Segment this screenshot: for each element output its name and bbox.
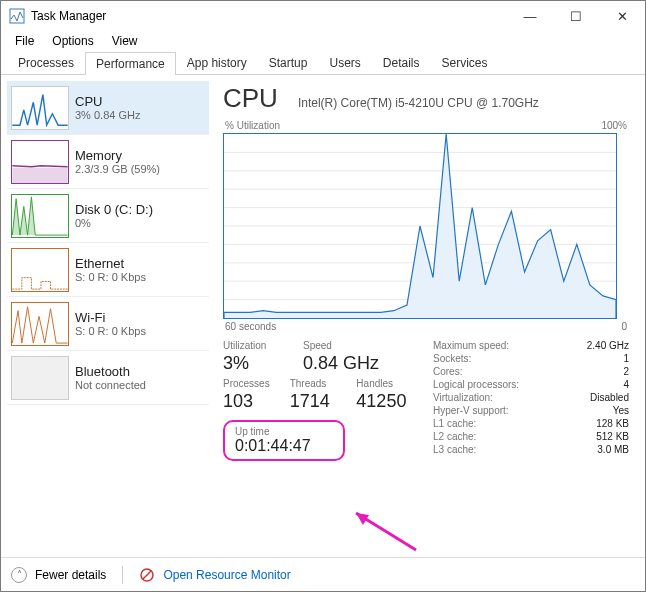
processes-label: Processes xyxy=(223,378,290,389)
sidebar-wifi-sub: S: 0 R: 0 Kbps xyxy=(75,325,146,337)
task-manager-icon xyxy=(9,8,25,24)
tab-processes[interactable]: Processes xyxy=(7,51,85,74)
wifi-thumb-icon xyxy=(11,302,69,346)
l3-label: L3 cache: xyxy=(433,444,476,455)
menu-options[interactable]: Options xyxy=(44,32,101,50)
sidebar-bluetooth-sub: Not connected xyxy=(75,379,146,391)
hv-value: Yes xyxy=(613,405,629,416)
handles-label: Handles xyxy=(356,378,423,389)
virt-label: Virtualization: xyxy=(433,392,493,403)
sidebar-ethernet-label: Ethernet xyxy=(75,256,146,271)
graph-xlabel-left: 60 seconds xyxy=(225,321,276,332)
menu-file[interactable]: File xyxy=(7,32,42,50)
l2-label: L2 cache: xyxy=(433,431,476,442)
maximize-button[interactable]: ☐ xyxy=(553,1,599,31)
svg-rect-1 xyxy=(12,167,67,182)
chevron-up-icon[interactable]: ˄ xyxy=(11,567,27,583)
sidebar-bluetooth-label: Bluetooth xyxy=(75,364,146,379)
sockets-label: Sockets: xyxy=(433,353,471,364)
sidebar-item-cpu[interactable]: CPU3% 0.84 GHz xyxy=(7,81,209,135)
graph-ylabel-right: 100% xyxy=(601,120,627,131)
uptime-highlight-box: Up time 0:01:44:47 xyxy=(223,420,345,461)
graph-xlabel-right: 0 xyxy=(621,321,627,332)
graph-ylabel-left: % Utilization xyxy=(225,120,280,131)
sidebar-disk-label: Disk 0 (C: D:) xyxy=(75,202,153,217)
tab-services[interactable]: Services xyxy=(431,51,499,74)
l2-value: 512 KB xyxy=(596,431,629,442)
tab-startup[interactable]: Startup xyxy=(258,51,319,74)
title-bar: Task Manager — ☐ ✕ xyxy=(1,1,645,31)
sidebar-item-disk[interactable]: Disk 0 (C: D:)0% xyxy=(7,189,209,243)
sidebar-item-ethernet[interactable]: EthernetS: 0 R: 0 Kbps xyxy=(7,243,209,297)
tab-performance[interactable]: Performance xyxy=(85,52,176,75)
open-resource-monitor-link[interactable]: Open Resource Monitor xyxy=(163,568,290,582)
close-button[interactable]: ✕ xyxy=(599,1,645,31)
tab-bar: Processes Performance App history Startu… xyxy=(1,51,645,75)
main-pane: CPU Intel(R) Core(TM) i5-4210U CPU @ 1.7… xyxy=(215,75,645,553)
handles-value: 41250 xyxy=(356,391,423,412)
uptime-value: 0:01:44:47 xyxy=(235,437,333,455)
fewer-details-button[interactable]: Fewer details xyxy=(35,568,106,582)
ethernet-thumb-icon xyxy=(11,248,69,292)
sidebar-item-wifi[interactable]: Wi-FiS: 0 R: 0 Kbps xyxy=(7,297,209,351)
l3-value: 3.0 MB xyxy=(597,444,629,455)
disk-thumb-icon xyxy=(11,194,69,238)
bluetooth-thumb-icon xyxy=(11,356,69,400)
max-speed-value: 2.40 GHz xyxy=(587,340,629,351)
memory-thumb-icon xyxy=(11,140,69,184)
cpu-model: Intel(R) Core(TM) i5-4210U CPU @ 1.70GHz xyxy=(298,96,539,110)
speed-value: 0.84 GHz xyxy=(303,353,383,374)
cpu-thumb-icon xyxy=(11,86,69,130)
cores-value: 2 xyxy=(623,366,629,377)
cores-label: Cores: xyxy=(433,366,462,377)
sidebar-memory-sub: 2.3/3.9 GB (59%) xyxy=(75,163,160,175)
sidebar-cpu-sub: 3% 0.84 GHz xyxy=(75,109,140,121)
window-title: Task Manager xyxy=(31,9,507,23)
sidebar-item-memory[interactable]: Memory2.3/3.9 GB (59%) xyxy=(7,135,209,189)
tab-users[interactable]: Users xyxy=(318,51,371,74)
menu-bar: File Options View xyxy=(1,31,645,51)
virt-value: Disabled xyxy=(590,392,629,403)
sidebar-item-bluetooth[interactable]: BluetoothNot connected xyxy=(7,351,209,405)
sidebar-wifi-label: Wi-Fi xyxy=(75,310,146,325)
sidebar-memory-label: Memory xyxy=(75,148,160,163)
svg-line-14 xyxy=(143,571,151,579)
sidebar-cpu-label: CPU xyxy=(75,94,140,109)
processes-value: 103 xyxy=(223,391,290,412)
speed-label: Speed xyxy=(303,340,383,351)
max-speed-label: Maximum speed: xyxy=(433,340,509,351)
resource-monitor-icon xyxy=(139,567,155,583)
utilization-label: Utilization xyxy=(223,340,303,351)
sidebar: CPU3% 0.84 GHz Memory2.3/3.9 GB (59%) Di… xyxy=(1,75,215,553)
sidebar-ethernet-sub: S: 0 R: 0 Kbps xyxy=(75,271,146,283)
sockets-value: 1 xyxy=(623,353,629,364)
hv-label: Hyper-V support: xyxy=(433,405,509,416)
lprocs-label: Logical processors: xyxy=(433,379,519,390)
threads-label: Threads xyxy=(290,378,357,389)
uptime-label: Up time xyxy=(235,426,333,437)
tab-app-history[interactable]: App history xyxy=(176,51,258,74)
tab-details[interactable]: Details xyxy=(372,51,431,74)
cpu-utilization-graph xyxy=(223,133,617,319)
minimize-button[interactable]: — xyxy=(507,1,553,31)
utilization-value: 3% xyxy=(223,353,303,374)
threads-value: 1714 xyxy=(290,391,357,412)
page-title: CPU xyxy=(223,83,278,114)
menu-view[interactable]: View xyxy=(104,32,146,50)
footer: ˄ Fewer details Open Resource Monitor xyxy=(1,557,645,591)
separator xyxy=(122,566,123,584)
lprocs-value: 4 xyxy=(623,379,629,390)
l1-label: L1 cache: xyxy=(433,418,476,429)
sidebar-disk-sub: 0% xyxy=(75,217,153,229)
l1-value: 128 KB xyxy=(596,418,629,429)
